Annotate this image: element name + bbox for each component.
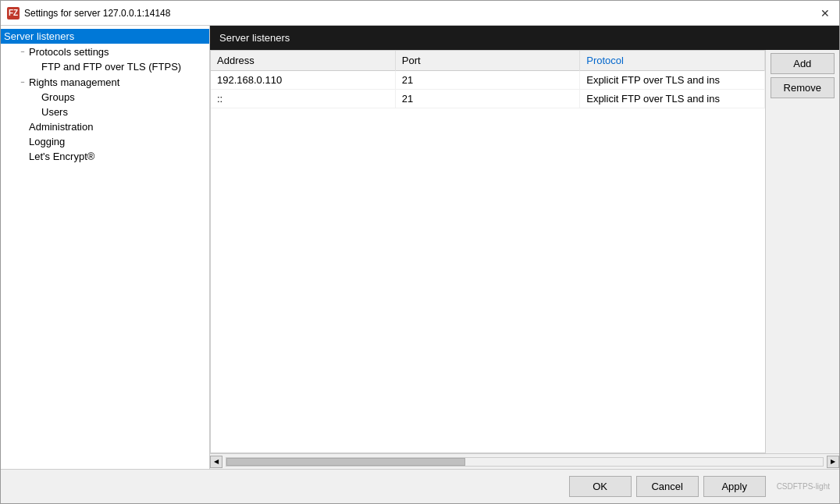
- scrollbar-track[interactable]: [226, 457, 824, 467]
- sidebar-label-lets-encrypt: Let's Encrypt®: [29, 151, 94, 162]
- horizontal-scrollbar[interactable]: ◀ ▶: [210, 453, 839, 469]
- close-button[interactable]: ✕: [817, 5, 833, 21]
- expander-protocols-settings[interactable]: −: [16, 45, 29, 58]
- side-buttons: Add Remove: [766, 50, 839, 453]
- table-header-row: AddressPortProtocol: [211, 51, 764, 71]
- cell-port-1: 21: [395, 90, 579, 108]
- sidebar-item-rights-management[interactable]: −Rights management: [1, 74, 209, 90]
- sidebar-item-users[interactable]: Users: [1, 105, 209, 119]
- col-header-port[interactable]: Port: [395, 51, 579, 71]
- sidebar-label-groups: Groups: [41, 91, 75, 103]
- main-panel: Server listeners AddressPortProtocol 192…: [210, 26, 839, 469]
- table-row[interactable]: 192.168.0.11021Explicit FTP over TLS and…: [211, 71, 764, 90]
- cancel-button[interactable]: Cancel: [636, 476, 699, 497]
- sidebar-label-ftp-ftps: FTP and FTP over TLS (FTPS): [41, 61, 181, 73]
- listeners-table-area[interactable]: AddressPortProtocol 192.168.0.11021Expli…: [210, 50, 766, 453]
- sidebar-item-logging[interactable]: Logging: [1, 134, 209, 149]
- bottom-bar: OK Cancel Apply CSDFTPS-light: [1, 469, 839, 503]
- sidebar-item-ftp-ftps[interactable]: FTP and FTP over TLS (FTPS): [1, 59, 209, 74]
- sidebar-label-users: Users: [41, 106, 68, 118]
- remove-button[interactable]: Remove: [771, 77, 835, 98]
- sidebar-item-groups[interactable]: Groups: [1, 90, 209, 105]
- sidebar-item-protocols-settings[interactable]: −Protocols settings: [1, 44, 209, 59]
- cell-protocol-0: Explicit FTP over TLS and ins: [580, 71, 764, 90]
- watermark: CSDFTPS-light: [777, 482, 830, 491]
- settings-window: FZ Settings for server 127.0.0.1:14148 ✕…: [0, 0, 840, 504]
- col-header-protocol[interactable]: Protocol: [580, 51, 764, 71]
- listeners-table: AddressPortProtocol 192.168.0.11021Expli…: [211, 51, 765, 108]
- panel-header: Server listeners: [210, 26, 839, 50]
- sidebar-label-administration: Administration: [29, 121, 93, 133]
- cell-port-0: 21: [395, 71, 579, 90]
- scrollbar-thumb[interactable]: [226, 458, 465, 466]
- sidebar-label-logging: Logging: [29, 136, 65, 147]
- cell-address-1: ::: [211, 90, 395, 108]
- sidebar-item-server-listeners[interactable]: Server listeners: [1, 29, 209, 44]
- panel-body: AddressPortProtocol 192.168.0.11021Expli…: [210, 50, 839, 453]
- cell-protocol-1: Explicit FTP over TLS and ins: [580, 90, 764, 108]
- sidebar-label-server-listeners: Server listeners: [4, 30, 74, 42]
- sidebar-label-rights-management: Rights management: [29, 76, 119, 88]
- col-header-address[interactable]: Address: [211, 51, 395, 71]
- ok-button[interactable]: OK: [569, 476, 632, 497]
- sidebar-label-protocols-settings: Protocols settings: [29, 46, 109, 58]
- window-title: Settings for server 127.0.0.1:14148: [24, 8, 170, 19]
- scroll-right-button[interactable]: ▶: [827, 456, 839, 468]
- add-button[interactable]: Add: [771, 53, 835, 74]
- app-icon: FZ: [7, 7, 20, 20]
- scroll-left-button[interactable]: ◀: [210, 456, 222, 468]
- apply-button[interactable]: Apply: [703, 476, 766, 497]
- content-area: Server listeners−Protocols settingsFTP a…: [1, 26, 839, 469]
- table-row[interactable]: ::21Explicit FTP over TLS and ins: [211, 90, 764, 108]
- title-bar: FZ Settings for server 127.0.0.1:14148 ✕: [1, 1, 839, 26]
- sidebar-item-lets-encrypt[interactable]: Let's Encrypt®: [1, 149, 209, 164]
- sidebar-item-administration[interactable]: Administration: [1, 119, 209, 134]
- title-bar-left: FZ Settings for server 127.0.0.1:14148: [7, 7, 170, 20]
- sidebar: Server listeners−Protocols settingsFTP a…: [1, 26, 210, 469]
- table-body: 192.168.0.11021Explicit FTP over TLS and…: [211, 71, 764, 108]
- expander-rights-management[interactable]: −: [16, 76, 29, 88]
- cell-address-0: 192.168.0.110: [211, 71, 395, 90]
